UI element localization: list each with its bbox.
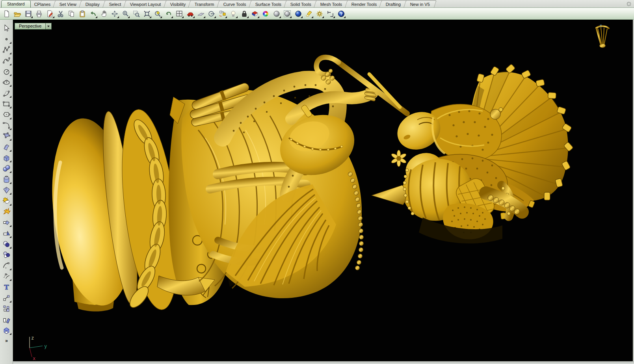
rendered-viewport-button[interactable] — [283, 9, 292, 18]
tab-standard[interactable]: Standard — [1, 0, 31, 7]
lock-button[interactable] — [240, 9, 249, 18]
tab-bar: StandardCPlanesSet ViewDisplaySelectView… — [0, 0, 634, 8]
surface-from-points-button[interactable] — [2, 131, 11, 141]
undo-view-change-button[interactable] — [164, 9, 173, 18]
sidebar-icons: T — [2, 23, 11, 336]
flyout-arrow-icon — [236, 16, 238, 18]
color-wheel-button[interactable] — [261, 9, 270, 18]
tab-label: Drafting — [386, 2, 401, 7]
named-cplane-button[interactable] — [218, 9, 227, 18]
dimension-button[interactable] — [326, 9, 335, 18]
zoom-extents-button[interactable] — [143, 9, 151, 18]
shaded-viewport-button[interactable] — [272, 9, 281, 18]
tab-options-gear-icon[interactable] — [626, 1, 632, 7]
tab-curve-tools[interactable]: Curve Tools — [217, 0, 253, 7]
fillet-curves-button[interactable] — [2, 260, 11, 271]
tab-surface-tools[interactable]: Surface Tools — [249, 0, 288, 7]
tab-viewport-layout[interactable]: Viewport Layout — [123, 0, 168, 7]
boolean-difference-icon — [2, 251, 11, 259]
arc-button[interactable] — [2, 87, 11, 98]
viewport-menu-dropdown[interactable] — [45, 23, 52, 30]
paste-button[interactable] — [78, 9, 87, 18]
flyout-arrow-icon — [9, 42, 11, 44]
flyout-arrow-icon — [9, 96, 11, 98]
curve-blend-button[interactable] — [2, 120, 11, 131]
window-bottom-strip — [13, 361, 634, 364]
circle-button[interactable] — [2, 66, 11, 77]
viewport-title-bar[interactable]: Perspective — [15, 23, 52, 30]
new-file-button[interactable] — [2, 9, 11, 18]
undo-button[interactable] — [89, 9, 97, 18]
flyout-arrow-icon — [290, 16, 292, 18]
flyout-arrow-icon — [9, 279, 11, 281]
pan-view-icon — [100, 10, 108, 18]
lights-button[interactable] — [229, 9, 238, 18]
sidebar-more-button[interactable]: » — [5, 338, 7, 344]
boolean-region-button[interactable] — [2, 195, 11, 206]
save-file-button[interactable] — [24, 9, 33, 18]
rotate-view-button[interactable] — [110, 9, 119, 18]
render-button[interactable] — [294, 9, 303, 18]
tab-transform[interactable]: Transform — [188, 0, 221, 7]
pan-view-button[interactable] — [100, 9, 108, 18]
control-point-curve-button[interactable] — [2, 55, 11, 66]
flyout-arrow-icon — [301, 16, 303, 18]
open-file-button[interactable] — [13, 9, 22, 18]
perspective-viewport[interactable]: Perspective — [13, 20, 633, 361]
toolbar-collection-button[interactable] — [186, 9, 195, 18]
solid-box-button[interactable] — [2, 152, 11, 163]
zoom-window-button[interactable] — [132, 9, 141, 18]
tab-mesh-tools[interactable]: Mesh Tools — [314, 0, 349, 7]
spotlight-button[interactable] — [305, 9, 313, 18]
explode-button[interactable] — [2, 206, 11, 217]
tab-new-in-v5[interactable]: New in V5 — [403, 0, 437, 7]
help-button[interactable]: ? — [337, 9, 346, 18]
floating-fragment — [596, 25, 609, 48]
flyout-arrow-icon — [322, 16, 324, 18]
ellipse-button[interactable] — [2, 77, 11, 87]
flyout-arrow-icon — [9, 182, 11, 184]
options-gear-button[interactable] — [315, 9, 324, 18]
statue-3d-model[interactable]: z y x — [13, 20, 633, 361]
layers-button[interactable] — [251, 9, 259, 18]
copy-button[interactable] — [67, 9, 76, 18]
flyout-arrow-icon — [9, 150, 11, 152]
point-button[interactable] — [2, 33, 11, 44]
select-pointer-button[interactable] — [2, 23, 11, 33]
tab-solid-tools[interactable]: Solid Tools — [284, 0, 318, 7]
trim-button[interactable] — [2, 217, 11, 228]
solid-sphere-button[interactable] — [2, 163, 11, 174]
rectangle-button[interactable] — [2, 98, 11, 109]
polyline-button[interactable] — [2, 45, 11, 55]
flyout-arrow-icon — [31, 16, 33, 18]
text-object-button[interactable]: T — [2, 282, 11, 292]
cplane-button[interactable] — [197, 9, 205, 18]
extend-curve-button[interactable] — [2, 271, 11, 282]
solid-cylinder-button[interactable] — [2, 174, 11, 184]
viewport-title[interactable]: Perspective — [15, 23, 45, 30]
print-button[interactable] — [35, 9, 43, 18]
open-file-icon — [13, 10, 21, 18]
tab-render-tools[interactable]: Render Tools — [345, 0, 383, 7]
tab-label: Mesh Tools — [320, 2, 342, 7]
zoom-selected-button[interactable] — [153, 9, 162, 18]
polygon-button[interactable] — [2, 109, 11, 120]
cut-button[interactable] — [56, 9, 65, 18]
copy-object-button[interactable] — [2, 303, 11, 314]
set-view-button[interactable] — [207, 9, 216, 18]
cage-edit-button[interactable] — [2, 325, 11, 336]
edit-page-button[interactable] — [46, 9, 54, 18]
move-button[interactable] — [2, 293, 11, 303]
boolean-union-button[interactable] — [2, 239, 11, 249]
zoom-in-button[interactable] — [121, 9, 130, 18]
boolean-difference-button[interactable] — [2, 249, 11, 260]
split-button[interactable] — [2, 228, 11, 238]
scale-icon — [2, 316, 11, 324]
surface-patch-button[interactable] — [2, 185, 11, 195]
flyout-arrow-icon — [128, 16, 130, 18]
flyout-arrow-icon — [117, 16, 119, 18]
surface-sweep-button[interactable] — [2, 141, 11, 152]
viewport-layout-button[interactable] — [175, 9, 184, 18]
flyout-arrow-icon — [9, 301, 11, 303]
scale-button[interactable] — [2, 314, 11, 325]
